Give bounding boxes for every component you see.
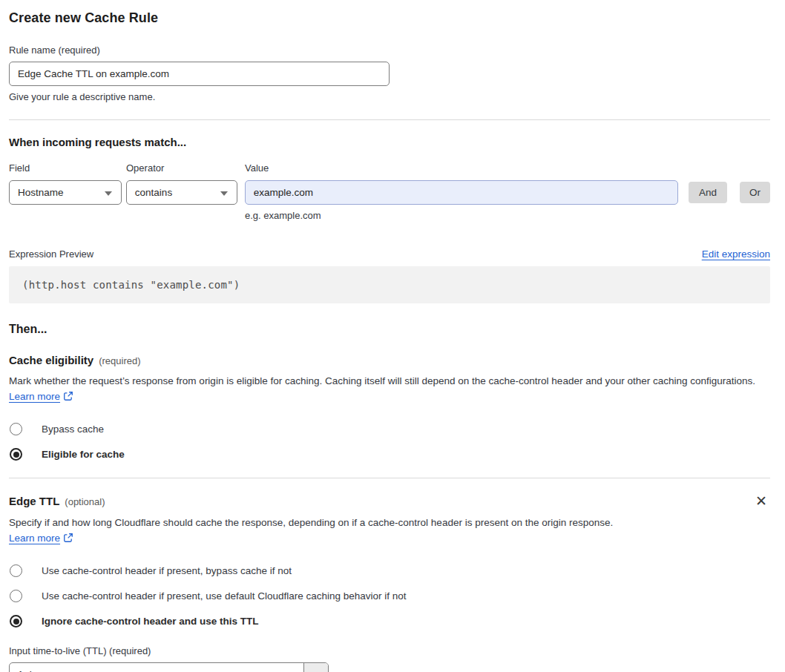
radio-selected-icon <box>10 615 22 627</box>
section-divider <box>9 119 770 120</box>
ttl-select-value: 1 day <box>10 663 303 672</box>
edge-ttl-title: Edge TTL <box>9 495 59 507</box>
cache-eligibility-heading: Cache eligibility (required) <box>9 354 770 366</box>
expression-preview-label: Expression Preview <box>9 248 93 260</box>
rule-name-helper: Give your rule a descriptive name. <box>9 91 770 102</box>
expression-preview-row: Expression Preview Edit expression <box>9 248 770 260</box>
ttl-dropdown-button[interactable] <box>303 663 328 672</box>
and-button[interactable]: And <box>689 182 727 203</box>
radio-use-header-bypass[interactable]: Use cache-control header if present, byp… <box>9 564 770 577</box>
cache-eligibility-learn-more-link[interactable]: Learn more <box>9 391 60 402</box>
edit-expression-link[interactable]: Edit expression <box>702 248 770 260</box>
radio-eligible-for-cache[interactable]: Eligible for cache <box>9 448 770 461</box>
cache-eligibility-required: (required) <box>99 355 140 366</box>
ttl-label: Input time-to-live (TTL) (required) <box>9 645 770 656</box>
criteria-labels: Field Operator Value <box>9 162 770 174</box>
rule-name-input[interactable] <box>9 62 390 86</box>
create-cache-rule-form: Create new Cache Rule Rule name (require… <box>0 0 785 672</box>
field-label: Field <box>9 162 126 174</box>
field-select-value: Hostname <box>18 187 64 198</box>
chevron-down-icon <box>220 191 228 196</box>
operator-select[interactable]: contains <box>126 180 237 205</box>
cache-eligibility-description: Mark whether the request’s response from… <box>9 373 770 406</box>
radio-bypass-cache[interactable]: Bypass cache <box>9 423 770 435</box>
operator-label: Operator <box>126 162 245 174</box>
radio-icon <box>10 564 22 577</box>
external-link-icon <box>63 532 73 547</box>
edge-ttl-description: Specify if and how long Cloudflare shoul… <box>9 515 628 547</box>
edge-ttl-options: Use cache-control header if present, byp… <box>9 564 770 627</box>
section-divider <box>9 478 770 478</box>
operator-select-value: contains <box>135 187 172 198</box>
radio-ignore-header-use-ttl[interactable]: Ignore cache-control header and use this… <box>9 615 770 627</box>
close-icon[interactable]: ✕ <box>752 494 770 508</box>
edge-ttl-optional: (optional) <box>65 496 105 507</box>
page-title: Create new Cache Rule <box>9 10 770 26</box>
edge-ttl-description-text: Specify if and how long Cloudflare shoul… <box>9 517 613 528</box>
value-helper: e.g. example.com <box>245 210 770 221</box>
cache-eligibility-title: Cache eligibility <box>9 354 93 366</box>
field-select[interactable]: Hostname <box>9 180 122 205</box>
cache-eligibility-options: Bypass cache Eligible for cache <box>9 423 770 461</box>
radio-use-header-default[interactable]: Use cache-control header if present, use… <box>9 590 770 602</box>
then-heading: Then... <box>9 322 770 336</box>
chevron-down-icon <box>105 191 112 196</box>
external-link-icon <box>63 390 73 406</box>
rule-name-label: Rule name (required) <box>9 45 770 56</box>
match-heading: When incoming requests match... <box>9 135 770 149</box>
radio-icon <box>10 590 22 602</box>
or-button[interactable]: Or <box>740 182 770 203</box>
cache-eligibility-description-text: Mark whether the request’s response from… <box>9 375 755 386</box>
criteria-row: Hostname contains And Or <box>9 180 770 205</box>
radio-icon <box>10 423 22 435</box>
expression-code: (http.host contains "example.com") <box>9 266 770 303</box>
edge-ttl-heading-row: Edge TTL (optional) ✕ <box>9 494 770 508</box>
value-label: Value <box>245 162 269 174</box>
radio-selected-icon <box>10 448 22 461</box>
edge-ttl-learn-more-link[interactable]: Learn more <box>9 533 60 544</box>
edge-ttl-heading: Edge TTL (optional) <box>9 495 105 507</box>
ttl-select[interactable]: 1 day <box>9 662 329 672</box>
value-input[interactable] <box>245 180 678 205</box>
